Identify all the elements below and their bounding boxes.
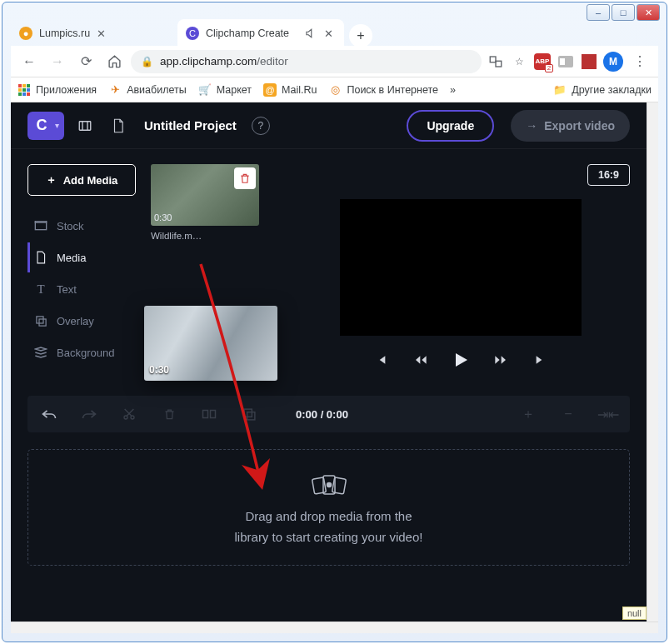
bookmark-apps[interactable]: Приложения — [17, 83, 97, 97]
new-tab-button[interactable]: + — [349, 24, 372, 47]
bookmark-label: Mail.Ru — [282, 84, 317, 96]
favicon-clipchamp: C — [186, 27, 199, 40]
clip-duration: 0:30 — [154, 212, 172, 222]
playback-controls — [370, 349, 552, 371]
bookmark-overflow[interactable]: » — [450, 84, 456, 96]
svg-rect-13 — [79, 121, 91, 130]
tab-close-icon[interactable]: ✕ — [93, 26, 108, 41]
adblock-icon[interactable]: ABP 2 — [533, 52, 552, 71]
svg-point-21 — [131, 416, 134, 419]
plus-icon: ＋ — [46, 172, 57, 187]
tab-strip: ● Lumpics.ru ✕ C Clipchamp Create ✕ + — [11, 17, 658, 47]
sidebar-item-overlay[interactable]: Overlay — [27, 306, 136, 336]
logo-dropdown[interactable]: ▾ — [49, 112, 64, 140]
delete-media-button[interactable] — [234, 167, 256, 189]
clip-filename: Wildlife.m… — [151, 231, 276, 241]
sidebar-item-label: Media — [57, 252, 86, 264]
profile-avatar[interactable]: M — [603, 52, 623, 72]
sidebar-item-text[interactable]: T Text — [27, 274, 136, 304]
reload-button[interactable]: ⟳ — [74, 50, 97, 73]
aspect-ratio-button[interactable]: 16:9 — [587, 164, 630, 186]
skip-end-button[interactable] — [530, 349, 552, 371]
sidebar-item-label: Overlay — [57, 315, 94, 327]
delete-button[interactable] — [159, 404, 179, 424]
bookmark-label: Поиск в Интернете — [347, 84, 438, 96]
vertical-scrollbar[interactable] — [647, 102, 658, 622]
undo-button[interactable] — [39, 404, 59, 424]
svg-rect-28 — [332, 477, 346, 493]
projects-icon[interactable] — [72, 113, 97, 138]
sidebar-item-label: Stock — [57, 220, 84, 232]
svg-rect-0 — [490, 57, 496, 62]
svg-rect-22 — [203, 411, 208, 418]
forward-button[interactable] — [490, 349, 512, 371]
svg-rect-3 — [560, 58, 565, 65]
bookmark-other[interactable]: 📁 Другие закладки — [553, 83, 652, 97]
bookmark-search[interactable]: ◎ Поиск в Интернете — [328, 83, 438, 97]
null-badge: null — [622, 607, 647, 620]
sidebar-item-label: Background — [57, 347, 114, 359]
back-button[interactable]: ← — [17, 50, 41, 73]
sidebar-item-background[interactable]: Background — [27, 337, 136, 367]
dropzone-icon — [308, 472, 350, 502]
upgrade-button[interactable]: Upgrade — [407, 110, 494, 142]
timeline-toolbar: 0:00 / 0:00 ＋ − ⇥⇤ — [27, 396, 630, 432]
app-header: C ▾ Untitled Project ? Upgrade → Export … — [11, 102, 647, 149]
media-icon — [33, 251, 48, 264]
bookmarks-bar: Приложения ✈ Авиабилеты 🛒 Маркет @ Mail.… — [11, 77, 658, 102]
media-thumbnail[interactable]: 0:30 — [151, 164, 259, 226]
duplicate-button[interactable] — [239, 404, 259, 424]
zoom-out-button[interactable]: − — [558, 404, 578, 424]
bookmark-flights[interactable]: ✈ Авиабилеты — [108, 83, 187, 97]
translate-icon[interactable] — [487, 52, 505, 71]
help-icon[interactable]: ? — [252, 117, 270, 135]
mute-icon[interactable] — [302, 26, 317, 41]
bookmark-label: Маркет — [217, 84, 252, 96]
address-bar[interactable]: 🔒 app.clipchamp.com/editor — [131, 50, 482, 73]
svg-point-29 — [327, 482, 331, 487]
bookmark-mailru[interactable]: @ Mail.Ru — [263, 83, 317, 97]
ext-icon-pdf[interactable] — [580, 52, 598, 71]
video-preview[interactable] — [340, 199, 582, 336]
ext-icon-1[interactable] — [557, 52, 575, 71]
skip-start-button[interactable] — [370, 349, 392, 371]
add-media-label: Add Media — [63, 174, 118, 187]
forward-button[interactable]: → — [46, 50, 69, 73]
redo-button[interactable] — [79, 404, 99, 424]
cut-button[interactable] — [119, 404, 139, 424]
project-title[interactable]: Untitled Project — [144, 118, 237, 132]
home-button[interactable] — [102, 50, 126, 73]
url-host: app.clipchamp.com — [160, 55, 257, 67]
tab-clipchamp[interactable]: C Clipchamp Create ✕ — [177, 19, 344, 47]
sidebar-item-media[interactable]: Media — [27, 242, 136, 272]
timeline-dropzone[interactable]: Drag and drop media from the library to … — [27, 449, 630, 566]
horizontal-scrollbar[interactable] — [11, 622, 658, 633]
sidebar-item-stock[interactable]: Stock — [27, 211, 136, 241]
svg-rect-5 — [22, 84, 26, 87]
svg-rect-24 — [244, 409, 252, 417]
menu-icon[interactable]: ⋮ — [628, 50, 652, 73]
file-icon[interactable] — [106, 113, 131, 138]
fit-button[interactable]: ⇥⇤ — [598, 404, 618, 424]
play-button[interactable] — [450, 349, 472, 371]
zoom-in-button[interactable]: ＋ — [518, 404, 538, 424]
arrow-right-icon: → — [526, 119, 537, 132]
star-icon[interactable]: ☆ — [510, 52, 528, 71]
rewind-button[interactable] — [410, 349, 432, 371]
bookmark-label: Авиабилеты — [127, 84, 187, 96]
add-media-button[interactable]: ＋ Add Media — [27, 164, 136, 196]
ghost-duration: 0:30 — [149, 364, 169, 376]
overlay-icon — [33, 315, 48, 327]
tab-close-icon[interactable]: ✕ — [321, 26, 336, 41]
svg-rect-18 — [36, 316, 42, 322]
tab-lumpics[interactable]: ● Lumpics.ru ✕ — [11, 19, 177, 47]
svg-rect-11 — [22, 92, 26, 96]
bookmark-market[interactable]: 🛒 Маркет — [198, 83, 252, 97]
svg-rect-23 — [211, 411, 216, 418]
export-button[interactable]: → Export video — [511, 110, 630, 142]
apps-icon — [17, 83, 31, 97]
split-button[interactable] — [199, 404, 219, 424]
bookmark-label: Приложения — [36, 84, 97, 96]
sidebar-nav: Stock Media T Text Overlay — [27, 211, 136, 367]
window-frame: – □ ✕ ● Lumpics.ru ✕ C Clipchamp Create … — [2, 2, 667, 642]
